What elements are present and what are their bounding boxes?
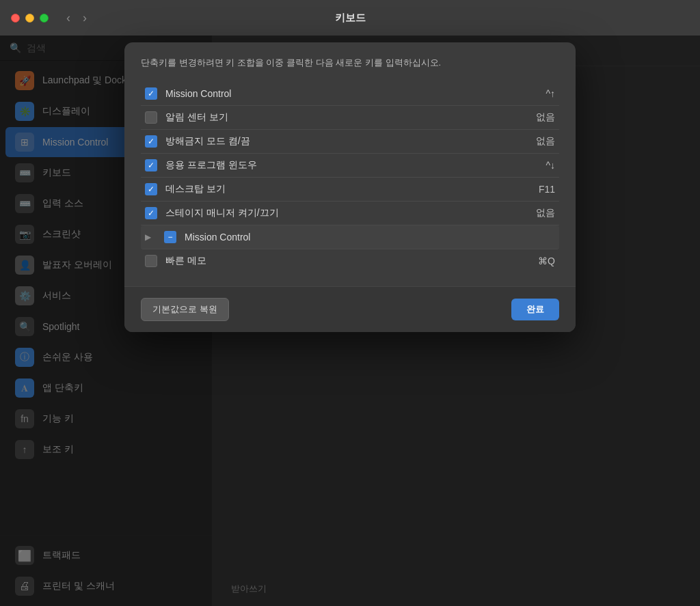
modal-overlay: 단축키를 변경하려면 키 조합을 이중 클릭한 다음 새로운 키를 입력하십시오… [0,36,700,606]
checkbox-notification-center[interactable] [145,111,157,124]
modal-footer: 기본값으로 복원 완료 [124,286,576,332]
window-title: 키보드 [335,12,366,25]
titlebar-nav: ‹ › [62,10,91,27]
shortcut-name-app-windows: 응용 프로그램 윈도우 [165,159,513,171]
checkbox-mc-section[interactable]: − [164,231,176,243]
shortcut-row-dnd[interactable]: ✓방해금지 모드 켬/끔없음 [141,130,559,154]
maximize-button[interactable] [40,14,49,23]
shortcut-key-quick-note: ⌘Q [521,256,555,266]
checkbox-mission-control[interactable]: ✓ [145,87,157,100]
titlebar: ‹ › 키보드 [0,0,700,36]
shortcut-key-notification-center: 없음 [521,111,555,124]
shortcut-table: ✓Mission Control^↑알림 센터 보기없음✓방해금지 모드 켬/끔… [141,82,559,273]
shortcut-name-notification-center: 알림 센터 보기 [165,111,513,124]
modal-body: 단축키를 변경하려면 키 조합을 이중 클릭한 다음 새로운 키를 입력하십시오… [124,42,576,286]
shortcut-name-mc-section: Mission Control [185,232,513,243]
back-button[interactable]: ‹ [62,10,75,27]
checkbox-quick-note[interactable] [145,255,157,267]
shortcut-name-stage-manager: 스테이지 매니저 켜기/끄기 [165,207,513,219]
shortcut-row-quick-note[interactable]: 빠른 메모⌘Q [141,249,559,273]
shortcut-name-mission-control: Mission Control [165,88,513,99]
shortcut-key-stage-manager: 없음 [521,207,555,219]
checkbox-stage-manager[interactable]: ✓ [145,207,157,219]
minimize-button[interactable] [25,14,34,23]
shortcut-name-dnd: 방해금지 모드 켬/끔 [165,135,513,148]
shortcut-row-mc-section[interactable]: ▶−Mission Control [141,225,559,249]
modal-hint: 단축키를 변경하려면 키 조합을 이중 클릭한 다음 새로운 키를 입력하십시오… [141,56,559,70]
checkbox-desktop[interactable]: ✓ [145,183,157,195]
shortcut-row-desktop[interactable]: ✓데스크탑 보기F11 [141,178,559,202]
shortcut-row-app-windows[interactable]: ✓응용 프로그램 윈도우^↓ [141,154,559,178]
checkbox-app-windows[interactable]: ✓ [145,159,157,171]
shortcut-row-notification-center[interactable]: 알림 센터 보기없음 [141,106,559,130]
shortcut-key-desktop: F11 [521,184,555,195]
shortcut-key-app-windows: ^↓ [521,160,555,171]
shortcut-name-quick-note: 빠른 메모 [165,255,513,267]
shortcut-name-desktop: 데스크탑 보기 [165,183,513,195]
shortcut-modal: 단축키를 변경하려면 키 조합을 이중 클릭한 다음 새로운 키를 입력하십시오… [124,42,576,332]
traffic-lights [11,14,49,23]
close-button[interactable] [11,14,20,23]
shortcut-key-mission-control: ^↑ [521,88,555,99]
expand-icon-mc-section[interactable]: ▶ [145,232,156,242]
shortcut-row-stage-manager[interactable]: ✓스테이지 매니저 켜기/끄기없음 [141,202,559,225]
checkbox-dnd[interactable]: ✓ [145,135,157,148]
shortcut-key-dnd: 없음 [521,135,555,148]
shortcut-row-mission-control[interactable]: ✓Mission Control^↑ [141,82,559,106]
done-button[interactable]: 완료 [511,299,559,320]
forward-button[interactable]: › [79,10,91,27]
restore-defaults-button[interactable]: 기본값으로 복원 [141,298,229,321]
